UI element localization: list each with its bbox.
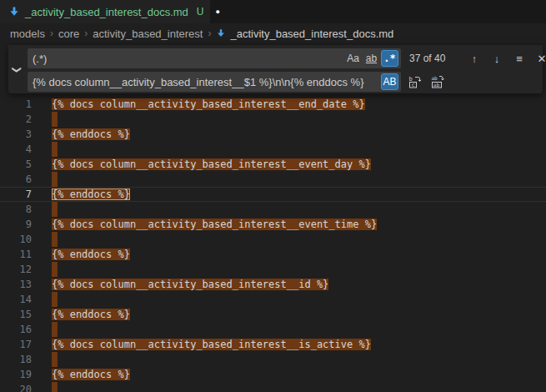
tab-activity-based-interest-docs[interactable]: _activity_based_interest_docs.md U ●	[0, 0, 210, 23]
line-text[interactable]: {% enddocs %}	[32, 247, 130, 262]
replace-input[interactable]	[28, 76, 380, 88]
find-match-highlight	[52, 112, 58, 127]
code-line[interactable]: 9{% docs column__activity_based_interest…	[0, 217, 546, 232]
line-text[interactable]: {% enddocs %}	[32, 307, 130, 322]
code-line[interactable]: 17{% docs column__activity_based_interes…	[0, 337, 546, 352]
line-number[interactable]: 17	[0, 337, 32, 352]
modified-dot-button[interactable]: ●	[216, 8, 220, 16]
line-number[interactable]: 11	[0, 247, 32, 262]
breadcrumb-item-models[interactable]: models	[10, 28, 45, 40]
code-line[interactable]: 1{% docs column__activity_based_interest…	[0, 97, 546, 112]
code-line[interactable]: 3{% enddocs %}	[0, 127, 546, 142]
code-line[interactable]: 7{% enddocs %}	[0, 187, 546, 202]
next-match-button[interactable]: ↓	[488, 49, 506, 68]
breadcrumb: models › core › activity_based_interest …	[0, 23, 546, 43]
line-text[interactable]	[32, 352, 58, 367]
line-text[interactable]: {% enddocs %}	[32, 127, 130, 142]
line-text[interactable]: {% docs column__activity_based_interest_…	[32, 157, 371, 172]
code-line[interactable]: 16	[0, 322, 546, 337]
breadcrumb-item-core[interactable]: core	[58, 28, 79, 40]
close-icon[interactable]: ✕	[533, 49, 546, 68]
find-match-highlight: {% docs column__activity_based_interest_…	[52, 279, 328, 290]
line-number[interactable]: 3	[0, 127, 32, 142]
find-in-selection-button[interactable]: ≡	[510, 49, 528, 68]
code-line[interactable]: 14	[0, 292, 546, 307]
match-case-button[interactable]: Aa	[344, 50, 362, 67]
line-number[interactable]: 6	[0, 172, 32, 187]
breadcrumb-item-file[interactable]: _activity_based_interest_docs.md	[216, 28, 393, 40]
line-number[interactable]: 19	[0, 367, 32, 382]
line-text[interactable]: {% enddocs %}	[32, 187, 130, 202]
find-match-highlight	[52, 292, 58, 307]
line-number[interactable]: 16	[0, 322, 32, 337]
breadcrumb-item-activity-based-interest[interactable]: activity_based_interest	[93, 28, 203, 40]
line-text[interactable]	[32, 112, 58, 127]
line-text[interactable]	[32, 172, 58, 187]
line-number[interactable]: 13	[0, 277, 32, 292]
line-number[interactable]: 8	[0, 202, 32, 217]
line-text[interactable]	[32, 292, 58, 307]
line-number[interactable]: 9	[0, 217, 32, 232]
replace-all-button[interactable]: ab ab	[429, 73, 446, 90]
markdown-arrow-icon	[216, 28, 226, 38]
current-find-match: {% enddocs %}	[52, 188, 130, 200]
line-text[interactable]	[32, 322, 58, 337]
find-input[interactable]	[28, 53, 343, 65]
code-line[interactable]: 15{% enddocs %}	[0, 307, 546, 322]
replace-one-button[interactable]: b c	[407, 73, 423, 90]
line-number[interactable]: 20	[0, 382, 32, 392]
chevron-right-icon: ›	[84, 28, 88, 39]
line-text[interactable]: {% docs column__activity_based_interest_…	[32, 337, 371, 352]
code-line[interactable]: 5{% docs column__activity_based_interest…	[0, 157, 546, 172]
replace-row: AB b c ab ab	[28, 72, 446, 92]
code-line[interactable]: 4	[0, 142, 546, 157]
line-number[interactable]: 18	[0, 352, 32, 367]
line-text[interactable]	[32, 202, 58, 217]
line-text[interactable]: {% docs column__activity_based_interest_…	[32, 97, 365, 112]
line-text[interactable]	[32, 382, 58, 392]
preserve-case-button[interactable]: AB	[381, 73, 398, 90]
toggle-replace-button[interactable]: ❯	[8, 45, 27, 93]
line-text[interactable]: {% docs column__activity_based_interest_…	[32, 277, 328, 292]
whole-word-button[interactable]: ab	[363, 50, 380, 67]
code-line[interactable]: 12	[0, 262, 546, 277]
match-count: 37 of 40	[409, 53, 461, 64]
line-number[interactable]: 4	[0, 142, 32, 157]
editor-content[interactable]: 1{% docs column__activity_based_interest…	[0, 97, 546, 392]
find-row: Aa ab .* 37 of 40 ↑ ↓ ≡ ✕	[28, 48, 546, 68]
code-line[interactable]: 6	[0, 172, 546, 187]
code-line[interactable]: 13{% docs column__activity_based_interes…	[0, 277, 546, 292]
line-number[interactable]: 7	[0, 187, 32, 202]
line-number[interactable]: 1	[0, 97, 32, 112]
breadcrumb-file-label: _activity_based_interest_docs.md	[230, 28, 393, 40]
svg-text:c: c	[412, 82, 415, 88]
code-line[interactable]: 11{% enddocs %}	[0, 247, 546, 262]
previous-match-button[interactable]: ↑	[465, 49, 483, 68]
svg-text:ab: ab	[432, 75, 438, 81]
line-number[interactable]: 12	[0, 262, 32, 277]
find-match-highlight	[52, 142, 58, 157]
line-number[interactable]: 14	[0, 292, 32, 307]
tab-filename: _activity_based_interest_docs.md	[25, 6, 188, 18]
code-line[interactable]: 20	[0, 382, 546, 392]
line-number[interactable]: 2	[0, 112, 32, 127]
regex-button[interactable]: .*	[381, 50, 398, 67]
find-match-highlight	[52, 202, 58, 217]
code-line[interactable]: 18	[0, 352, 546, 367]
line-number[interactable]: 5	[0, 157, 32, 172]
code-line[interactable]: 8	[0, 202, 546, 217]
code-line[interactable]: 10	[0, 232, 546, 247]
code-line[interactable]: 19{% enddocs %}	[0, 367, 546, 382]
line-text[interactable]	[32, 262, 58, 277]
tab-strip: _activity_based_interest_docs.md U ●	[0, 0, 546, 23]
find-match-highlight: {% enddocs %}	[52, 128, 130, 140]
line-number[interactable]: 10	[0, 232, 32, 247]
line-text[interactable]	[32, 142, 58, 157]
line-text[interactable]: {% docs column__activity_based_interest_…	[32, 217, 377, 232]
find-match-highlight: {% docs column__activity_based_interest_…	[52, 158, 371, 170]
code-line[interactable]: 2	[0, 112, 546, 127]
svg-text:ab: ab	[433, 82, 440, 88]
line-text[interactable]: {% enddocs %}	[32, 367, 130, 382]
line-text[interactable]	[32, 232, 58, 247]
line-number[interactable]: 15	[0, 307, 32, 322]
